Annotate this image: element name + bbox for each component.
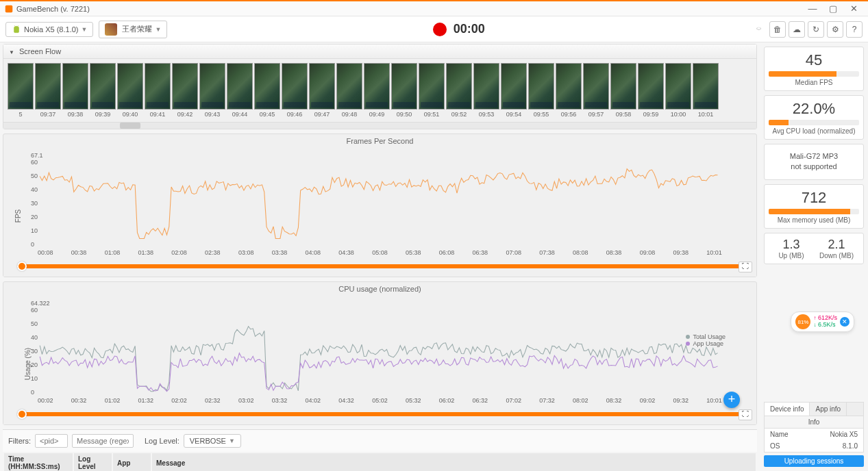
thumbnail[interactable]: 09:54 [501, 63, 527, 118]
thumbnail-time: 09:40 [123, 111, 138, 118]
thumbnail[interactable]: 09:50 [391, 63, 417, 118]
record-button[interactable] [433, 23, 447, 36]
thumbnail[interactable]: 09:49 [364, 63, 390, 118]
thumbnail[interactable]: 09:55 [528, 63, 554, 118]
app-dropdown[interactable]: 王者荣耀 ▼ [99, 21, 167, 38]
col-app[interactable]: App [113, 453, 151, 471]
thumbnail[interactable]: 09:38 [62, 63, 88, 118]
screen-flow-header[interactable]: ▼ Screen Flow [3, 44, 756, 59]
thumbnail[interactable]: 09:59 [638, 63, 664, 118]
cpu-load-value: 22.0% [769, 100, 859, 118]
message-filter-input[interactable] [72, 434, 134, 448]
thumbnail-time: 09:38 [68, 111, 84, 118]
delete-button[interactable]: 🗑 [769, 21, 786, 38]
fps-slider[interactable] [17, 264, 743, 268]
thumbnail-image [62, 63, 88, 110]
thumbnail[interactable]: 09:48 [336, 63, 362, 118]
thumbnail[interactable]: 09:44 [227, 63, 253, 118]
thumbnail-strip[interactable]: 509:3709:3809:3909:4009:4109:4209:4309:4… [3, 59, 756, 122]
thumbnail[interactable]: 09:56 [556, 63, 582, 118]
memory-value: 712 [769, 189, 859, 207]
network-speed-badge[interactable]: 81% ↑ 612K/s ↓ 6.5K/s ✕ [791, 311, 854, 332]
wifi-icon: ⌔ [750, 21, 767, 38]
maximize-button[interactable]: ▢ [823, 3, 843, 14]
thumbnail[interactable]: 09:41 [145, 63, 171, 118]
help-button[interactable]: ? [846, 21, 863, 38]
minimize-button[interactable]: — [802, 3, 823, 14]
timer: 00:00 [454, 22, 485, 36]
thumbnail-image [665, 63, 691, 110]
close-button[interactable]: ✕ [843, 3, 864, 14]
thumbnail[interactable]: 09:57 [583, 63, 609, 118]
thumbnail-image [309, 63, 335, 110]
thumbnail-time: 09:39 [95, 111, 111, 118]
info-panel: Device info App info Info NameNokia X5 O… [764, 402, 864, 467]
thumbnail-time: 09:52 [451, 111, 467, 118]
thumbnail[interactable]: 09:53 [473, 63, 499, 118]
thumbnail-image [145, 63, 171, 110]
pid-filter-input[interactable] [35, 434, 68, 448]
app-icon [105, 23, 117, 36]
cpu-slider[interactable] [17, 412, 743, 416]
col-message[interactable]: Message [152, 453, 756, 471]
log-level-label: Log Level: [145, 437, 179, 445]
settings-button[interactable]: ⚙ [827, 21, 843, 38]
thumbnail[interactable]: 09:42 [172, 63, 198, 118]
add-chart-button[interactable]: + [723, 392, 740, 408]
app-info-tab[interactable]: App info [810, 403, 847, 416]
memory-stat-card: 712 Max memory used (MB) [764, 184, 864, 229]
screen-flow-panel: ▼ Screen Flow 509:3709:3809:3909:4009:41… [3, 44, 757, 129]
col-time[interactable]: Time (HH:MM:SS:ms) [4, 453, 73, 471]
thumbnail-time: 09:51 [424, 111, 440, 118]
thumbnail[interactable]: 10:00 [665, 63, 691, 118]
thumbnail-time: 09:57 [588, 111, 604, 118]
thumbnail[interactable]: 09:40 [117, 63, 143, 118]
thumbnail-time: 09:44 [232, 111, 248, 118]
thumbnail-time: 09:49 [369, 111, 385, 118]
thumbnail[interactable]: 09:37 [35, 63, 61, 118]
thumbnail-image [117, 63, 143, 110]
cpu-stat-card: 22.0% Avg CPU load (normalized) [764, 95, 864, 140]
device-info-tab[interactable]: Device info [765, 403, 810, 416]
thumbnail[interactable]: 09:47 [309, 63, 335, 118]
thumbnail-time: 09:46 [287, 111, 303, 118]
thumbnail-time: 09:48 [342, 111, 358, 118]
thumbnail-time: 09:43 [205, 111, 221, 118]
thumbnail[interactable]: 09:39 [90, 63, 116, 118]
refresh-button[interactable]: ↻ [808, 21, 824, 38]
badge-close-button[interactable]: ✕ [840, 317, 850, 327]
device-dropdown[interactable]: Nokia X5 (8.1.0) ▼ [5, 22, 93, 37]
thumbnail[interactable]: 09:51 [419, 63, 445, 118]
scrollbar-thumb[interactable] [120, 123, 140, 129]
thumbnail[interactable]: 09:58 [610, 63, 636, 118]
cloud-button[interactable]: ☁ [789, 21, 805, 38]
upload-status[interactable]: Uploading sessions [764, 455, 864, 467]
thumbnail[interactable]: 09:46 [282, 63, 308, 118]
fps-chart-title: Frames Per Second [3, 134, 756, 148]
thumbnail-time: 10:00 [671, 111, 686, 118]
thumbnail[interactable]: 5 [8, 63, 34, 118]
gpu-stat-card: Mali-G72 MP3 not supported [764, 144, 864, 180]
thumbnail-image [610, 63, 636, 110]
thumbnail-time: 09:54 [506, 111, 522, 118]
thumbnail[interactable]: 10:01 [693, 63, 719, 118]
cpu-expand-button[interactable]: ⛶ [739, 409, 752, 420]
fps-expand-button[interactable]: ⛶ [739, 262, 752, 272]
thumbnail-image [227, 63, 253, 110]
log-level-dropdown[interactable]: VERBOSE ▼ [184, 434, 241, 448]
thumbnail-time: 5 [18, 111, 22, 118]
thumbnail-time: 09:58 [616, 111, 632, 118]
thumbnail[interactable]: 09:52 [446, 63, 472, 118]
thumbnail-image [638, 63, 664, 110]
thumbnail[interactable]: 09:43 [199, 63, 225, 118]
col-level[interactable]: Log Level [74, 453, 112, 471]
thumbnail-time: 09:56 [561, 111, 577, 118]
thumbnail-time: 09:55 [534, 111, 549, 118]
filters-label: Filters: [8, 437, 31, 445]
titlebar: GameBench (v. 7221) — ▢ ✕ [0, 1, 868, 16]
cpu-chart-title: CPU usage (normalized) [3, 282, 756, 296]
chevron-down-icon: ▼ [229, 437, 235, 444]
thumbnail[interactable]: 09:45 [254, 63, 280, 118]
android-icon [12, 25, 21, 34]
speed-percent: 81% [795, 314, 810, 329]
